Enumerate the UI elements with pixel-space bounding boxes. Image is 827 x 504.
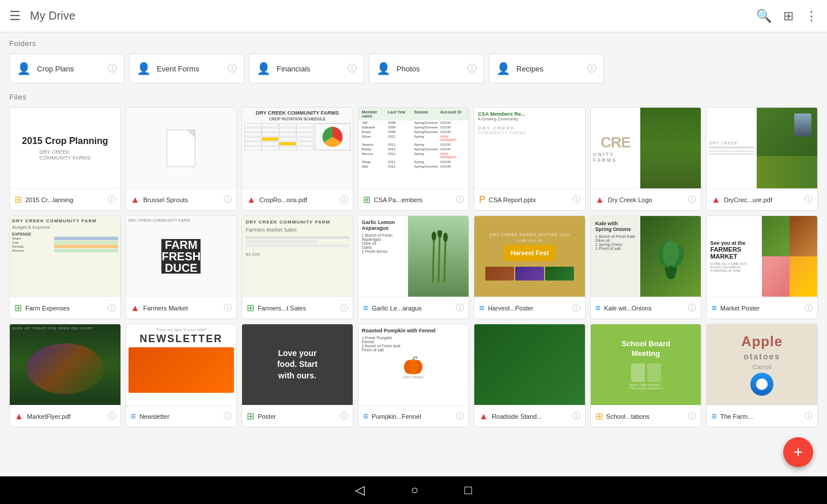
svg-point-5: [443, 233, 448, 242]
file-item-pumpkin-fennel[interactable]: Roasted Pumpkin with Fennel 1 Fresh Pump…: [358, 324, 470, 427]
file-info-icon[interactable]: ⓘ: [688, 411, 696, 422]
file-name: 2015 Cr...lanning: [25, 196, 104, 203]
file-info-icon[interactable]: ⓘ: [224, 195, 232, 205]
file-info-icon[interactable]: ⓘ: [805, 411, 813, 422]
folder-name: Financials: [277, 65, 345, 73]
file-item-dry-creek-logo[interactable]: CRE UNITY FARMS ▲ Dry Creek Logo ⓘ: [590, 107, 702, 211]
fab-add-button[interactable]: +: [783, 437, 813, 467]
files-grid: 2015 Crop Planning DRY CREEKCOMMUNITY FA…: [9, 107, 818, 427]
file-thumbnail: Love yourfood. Startwith ours.: [242, 324, 353, 405]
file-item-csa-members[interactable]: Member name Last Year Season Account St …: [358, 107, 470, 211]
hamburger-menu-icon[interactable]: ☰: [9, 9, 21, 24]
file-footer: ≡ Market Poster ⓘ: [707, 297, 817, 319]
file-thumbnail: [474, 324, 585, 405]
file-name: Pumpkin...Fennel: [372, 413, 452, 420]
file-name: CSA Pa...embers: [374, 196, 453, 203]
doc-icon: ≡: [131, 411, 136, 422]
sheets-icon: ⊞: [247, 411, 254, 422]
file-item-brussel-sprouts[interactable]: ▲ Brussel Sprouts ⓘ: [126, 107, 237, 211]
file-name: CropRo...ons.pdf: [259, 196, 337, 203]
file-item-csa-report[interactable]: CSA Members Re... A Growing Community DR…: [474, 107, 586, 211]
file-info-icon[interactable]: ⓘ: [456, 303, 464, 313]
folder-item-financials[interactable]: 👤 Financials ⓘ: [249, 54, 364, 84]
pdf-icon: ▲: [247, 195, 256, 205]
file-info-icon[interactable]: ⓘ: [340, 303, 348, 313]
file-item-school-board[interactable]: School BoardMeeting Sunny Side Elemen...…: [590, 324, 702, 427]
doc-icon: ≡: [711, 411, 716, 422]
file-item-market-flyer[interactable]: SIGN UP TODAY FOR FREE DELIVERY ▲ Market…: [9, 324, 121, 427]
file-info-icon[interactable]: ⓘ: [688, 195, 696, 205]
nav-recents-button[interactable]: □: [465, 483, 472, 498]
file-item-kale-spring-onions[interactable]: Kale withSpring Onions 1 Bunch of Fresh …: [590, 215, 702, 319]
folder-item-recipes[interactable]: 👤 Recipes ⓘ: [489, 54, 604, 84]
file-thumbnail: DRY CREEK: [707, 108, 817, 188]
file-footer: ▲ Farmers Market ⓘ: [126, 297, 237, 319]
file-name: The Farm...: [720, 413, 801, 420]
file-thumbnail: "From our farm to your table" NEWSLETTER: [126, 324, 237, 405]
file-item-farmers-market[interactable]: FARMFRESHDUCE DRY CREEK COMMUNITY FARM ▲…: [126, 215, 237, 319]
folder-item-photos[interactable]: 👤 Photos ⓘ: [369, 54, 484, 84]
file-item-newsletter[interactable]: "From our farm to your table" NEWSLETTER…: [126, 324, 237, 427]
nav-home-button[interactable]: ○: [411, 483, 418, 498]
folder-item-event-forms[interactable]: 👤 Event Forms ⓘ: [129, 54, 244, 84]
file-footer: ▲ MarketFlyer.pdf ⓘ: [10, 405, 120, 427]
file-info-icon[interactable]: ⓘ: [108, 195, 116, 205]
grid-view-icon[interactable]: ⊞: [783, 9, 794, 24]
folder-info-icon[interactable]: ⓘ: [467, 63, 477, 75]
file-info-icon[interactable]: ⓘ: [688, 303, 696, 313]
file-info-icon[interactable]: ⓘ: [572, 195, 580, 205]
folder-item-crop-plans[interactable]: 👤 Crop Plans ⓘ: [9, 54, 124, 84]
file-info-icon[interactable]: ⓘ: [456, 411, 464, 422]
file-name: Newsletter: [139, 413, 220, 420]
file-name: Kale wit...Onions: [604, 305, 685, 312]
sheets-icon: ⊞: [14, 302, 22, 313]
file-item-farm-expenses[interactable]: DRY CREEK COMMUNITY FARM Budget & Expens…: [9, 215, 121, 319]
file-footer: ▲ CropRo...ons.pdf ⓘ: [242, 188, 353, 210]
folder-name: Photos: [396, 65, 465, 73]
file-item-market-poster[interactable]: See you at the FARMERS MARKET COME ALL C…: [706, 215, 818, 319]
sheets-icon: ⊞: [595, 411, 603, 422]
file-footer: ⊞ School...tations ⓘ: [591, 405, 701, 427]
file-item-dry-creek-brochure[interactable]: DRY CREEK ▲ DryCrec...ure.pdf ⓘ: [706, 107, 818, 211]
folder-info-icon[interactable]: ⓘ: [108, 63, 117, 75]
file-info-icon[interactable]: ⓘ: [572, 303, 580, 313]
file-info-icon[interactable]: ⓘ: [108, 303, 116, 313]
file-info-icon[interactable]: ⓘ: [805, 195, 813, 205]
file-item-love-poster[interactable]: Love yourfood. Startwith ours. ⊞ Poster …: [241, 324, 353, 427]
file-info-icon[interactable]: ⓘ: [224, 411, 232, 422]
file-item-2015-crop-planning[interactable]: 2015 Crop Planning DRY CREEKCOMMUNITY FA…: [9, 107, 121, 211]
file-thumbnail: School BoardMeeting Sunny Side Elemen...…: [591, 324, 701, 405]
file-info-icon[interactable]: ⓘ: [805, 303, 813, 313]
file-thumbnail: 2015 Crop Planning DRY CREEKCOMMUNITY FA…: [10, 108, 120, 188]
file-info-icon[interactable]: ⓘ: [572, 411, 580, 422]
file-info-icon[interactable]: ⓘ: [224, 303, 232, 313]
folders-row: 👤 Crop Plans ⓘ 👤 Event Forms ⓘ 👤 Financi…: [9, 54, 818, 84]
folder-info-icon[interactable]: ⓘ: [348, 63, 357, 75]
file-name: Harvest...Poster: [488, 305, 569, 312]
folder-info-icon[interactable]: ⓘ: [587, 63, 596, 75]
folder-info-icon[interactable]: ⓘ: [228, 63, 237, 75]
file-item-roadside-stand[interactable]: ▲ Roadside Stand... ⓘ: [474, 324, 586, 427]
nav-back-button[interactable]: ◁: [355, 483, 365, 498]
file-thumbnail: CRE UNITY FARMS: [591, 108, 701, 188]
file-item-crop-rotation[interactable]: DRY CREEK COMMUNITY FARMS CROP ROTATION …: [241, 107, 353, 211]
file-footer: ≡ The Farm... ⓘ: [707, 405, 817, 427]
file-name: Farmers...t Sales: [258, 305, 337, 312]
file-thumbnail: [126, 108, 237, 188]
file-info-icon[interactable]: ⓘ: [340, 195, 348, 205]
folder-name: Crop Plans: [37, 65, 105, 73]
more-options-icon[interactable]: ⋮: [805, 9, 818, 24]
folder-shared-icon: 👤: [256, 62, 271, 75]
file-thumbnail: Roasted Pumpkin with Fennel 1 Fresh Pump…: [358, 324, 469, 405]
file-thumbnail: See you at the FARMERS MARKET COME ALL C…: [707, 216, 817, 297]
file-item-the-farm[interactable]: Apple otatoes Carrot ≡ The Farm... ⓘ: [706, 324, 818, 427]
file-thumbnail: DRY CREEK COMMUNITY FARMS CROP ROTATION …: [242, 108, 353, 188]
file-info-icon[interactable]: ⓘ: [456, 195, 464, 205]
file-info-icon[interactable]: ⓘ: [340, 411, 348, 422]
search-icon[interactable]: 🔍: [756, 9, 772, 24]
file-info-icon[interactable]: ⓘ: [108, 411, 116, 422]
file-item-farmers-sales[interactable]: DRY CREEK COMMUNITY FARM Farmers Market …: [241, 215, 353, 319]
file-item-garlic-lemon-asparagus[interactable]: Garlic LemonAsparagus 1 Bunch of Fresh A…: [358, 215, 470, 319]
file-name: Dry Creek Logo: [608, 196, 685, 203]
file-item-harvest-poster[interactable]: DRY CREEK FARMS INVITES YOU COME JOIN US…: [474, 215, 586, 319]
